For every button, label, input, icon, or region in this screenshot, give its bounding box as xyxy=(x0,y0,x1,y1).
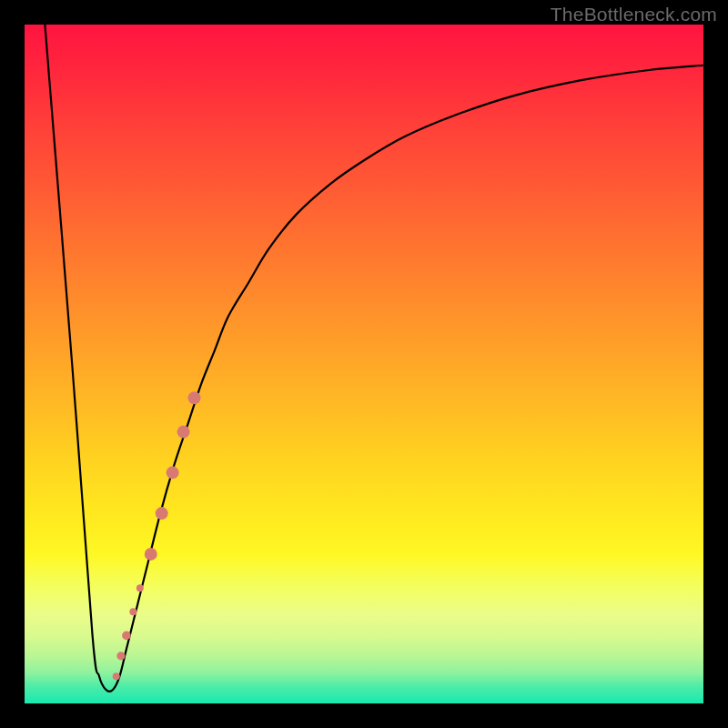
curve-marker xyxy=(113,672,120,680)
curve-marker xyxy=(145,548,157,561)
curve-line xyxy=(45,25,703,692)
chart-frame: TheBottleneck.com xyxy=(0,0,728,728)
curve-markers xyxy=(113,391,201,680)
watermark-label: TheBottleneck.com xyxy=(551,4,717,25)
curve-marker xyxy=(167,466,179,479)
curve-marker xyxy=(122,632,131,641)
curve-marker xyxy=(116,652,125,660)
curve-marker xyxy=(177,426,190,439)
curve-marker xyxy=(136,584,144,592)
curve-marker xyxy=(156,507,168,520)
chart-overlay xyxy=(25,25,703,703)
curve-marker xyxy=(129,608,136,615)
curve-marker xyxy=(188,391,201,404)
